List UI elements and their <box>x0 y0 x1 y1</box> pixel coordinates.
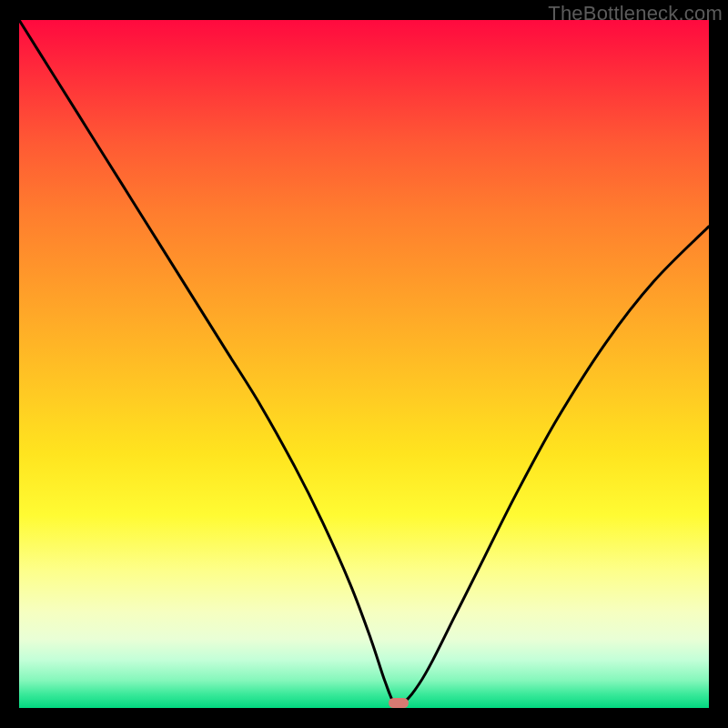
plot-wrap <box>19 20 709 708</box>
watermark-text: TheBottleneck.com <box>548 2 723 25</box>
chart-frame: TheBottleneck.com <box>0 0 728 728</box>
bottleneck-curve <box>19 20 709 708</box>
optimum-marker <box>389 698 410 708</box>
